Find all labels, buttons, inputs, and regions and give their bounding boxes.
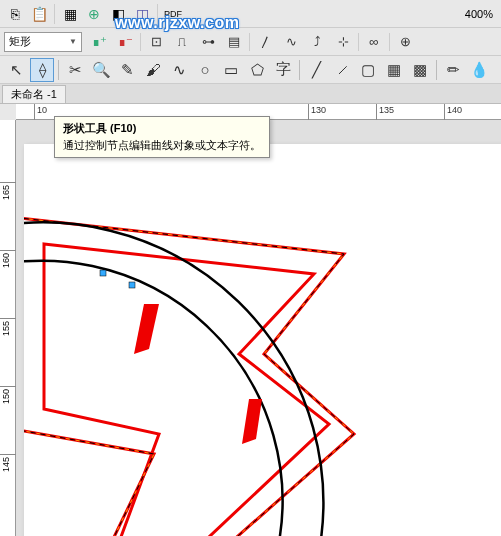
doc-tabs: 未命名 -1 xyxy=(0,84,501,104)
compass-icon[interactable]: ⊕ xyxy=(394,31,416,53)
ruler-area: 10130135140 165160155150145 xyxy=(0,104,501,536)
infinity-icon[interactable]: ∞ xyxy=(363,31,385,53)
add-node-icon[interactable]: ∎⁺ xyxy=(88,31,110,53)
ruler-vtick: 155 xyxy=(0,318,16,319)
ruler-tick: 10 xyxy=(34,104,35,120)
separator xyxy=(389,33,390,51)
zoom-level[interactable]: 400% xyxy=(465,8,497,20)
node-icon[interactable]: ⊹ xyxy=(332,31,354,53)
bezier-icon[interactable]: ⤴ xyxy=(306,31,328,53)
rect-icon[interactable]: ▭ xyxy=(219,58,243,82)
diag-icon[interactable]: ⟋ xyxy=(330,58,354,82)
join-icon[interactable]: ⊶ xyxy=(197,31,219,53)
curve-shape-icon[interactable]: ∿ xyxy=(167,58,191,82)
shape-tool-icon[interactable]: ⟠ xyxy=(30,58,54,82)
poly-icon[interactable]: ⬠ xyxy=(245,58,269,82)
path-icon[interactable]: 〳 xyxy=(254,31,276,53)
line-icon[interactable]: ╱ xyxy=(304,58,328,82)
ruler-tick: 130 xyxy=(308,104,309,120)
add-icon[interactable]: ⊕ xyxy=(83,3,105,25)
ruler-tick: 135 xyxy=(376,104,377,120)
dropper-icon[interactable]: 💧 xyxy=(467,58,491,82)
watermark: www.rjzxw.com xyxy=(115,14,239,32)
tools-row: ↖ ⟠ ✂ 🔍 ✎ 🖌 ∿ ○ ▭ ⬠ 字 ╱ ⟋ ▢ ▦ ▩ ✏ 💧 xyxy=(0,56,501,84)
tooltip-desc: 通过控制节点编辑曲线对象或文本字符。 xyxy=(63,138,261,153)
crop-icon[interactable]: ✂ xyxy=(63,58,87,82)
pen-icon[interactable]: ✎ xyxy=(115,58,139,82)
sliders-icon[interactable]: ⎍ xyxy=(171,31,193,53)
pointer-icon[interactable]: ↖ xyxy=(4,58,28,82)
separator xyxy=(54,4,55,24)
box-icon[interactable]: ▢ xyxy=(356,58,380,82)
ruler-vtick: 165 xyxy=(0,182,16,183)
ruler-left: 165160155150145 xyxy=(0,120,16,536)
curve-icon[interactable]: ∿ xyxy=(280,31,302,53)
top-toolbar: ⎘ 📋 ▦ ⊕ ◧ ◫ PDF 400% xyxy=(0,0,501,28)
layers-icon[interactable]: ▦ xyxy=(59,3,81,25)
separator xyxy=(436,60,437,80)
paste-icon[interactable]: 📋 xyxy=(28,3,50,25)
annotation-arrow-1 xyxy=(134,304,159,354)
node-2[interactable] xyxy=(100,270,106,276)
separator xyxy=(58,60,59,80)
black-arc-2 xyxy=(24,261,282,536)
del-node-icon[interactable]: ∎⁻ xyxy=(114,31,136,53)
page xyxy=(24,144,501,536)
artwork xyxy=(24,144,501,536)
adjust-icon[interactable]: ⊡ xyxy=(145,31,167,53)
options-bar: 矩形 ∎⁺ ∎⁻ ⊡ ⎍ ⊶ ▤ 〳 ∿ ⤴ ⊹ ∞ ⊕ xyxy=(0,28,501,56)
separator xyxy=(140,33,141,51)
ruler-tick: 140 xyxy=(444,104,445,120)
tooltip-title: 形状工具 (F10) xyxy=(63,121,261,136)
pencil-icon[interactable]: ✏ xyxy=(441,58,465,82)
ctrl-icon[interactable]: ⎘ xyxy=(4,3,26,25)
node-1[interactable] xyxy=(129,282,135,288)
text-icon[interactable]: 字 xyxy=(271,58,295,82)
separator xyxy=(249,33,250,51)
grid-tool-icon[interactable]: ▦ xyxy=(382,58,406,82)
shape-dropdown[interactable]: 矩形 xyxy=(4,32,82,52)
canvas[interactable] xyxy=(16,120,501,536)
circle-icon[interactable]: ○ xyxy=(193,58,217,82)
zoom-icon[interactable]: 🔍 xyxy=(89,58,113,82)
annotation-arrow-2 xyxy=(242,399,262,444)
doc-tab[interactable]: 未命名 -1 xyxy=(2,85,66,103)
doc-tab-label: 未命名 -1 xyxy=(11,87,57,102)
brush-icon[interactable]: 🖌 xyxy=(141,58,165,82)
ruler-vtick: 145 xyxy=(0,454,16,455)
separator xyxy=(299,60,300,80)
tooltip: 形状工具 (F10) 通过控制节点编辑曲线对象或文本字符。 xyxy=(54,116,270,158)
shape-dropdown-label: 矩形 xyxy=(9,34,31,49)
checker-icon[interactable]: ▩ xyxy=(408,58,432,82)
separator xyxy=(358,33,359,51)
ruler-vtick: 160 xyxy=(0,250,16,251)
ruler-vtick: 150 xyxy=(0,386,16,387)
grid-icon[interactable]: ▤ xyxy=(223,31,245,53)
